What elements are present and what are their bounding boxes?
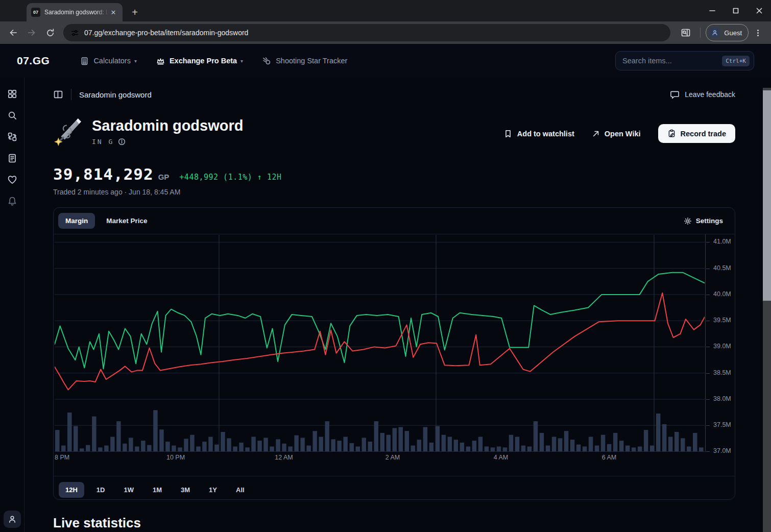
browser-tab[interactable]: 07 Saradomin godsword: Live GE P ✕	[27, 3, 123, 21]
search-icon[interactable]	[7, 110, 17, 120]
compare-icon[interactable]	[7, 132, 17, 142]
range-1w[interactable]: 1W	[117, 482, 140, 498]
back-icon[interactable]	[5, 25, 21, 41]
site-header: 07.GG Calculators ▾ Exchange Pro Beta ▾ …	[0, 44, 771, 78]
user-button[interactable]	[4, 511, 21, 528]
item-price: 39,814,292	[53, 165, 154, 183]
breadcrumb-item-name: Saradomin godsword	[79, 90, 152, 99]
y-tick-label: 41.0M	[713, 238, 731, 245]
browser-chrome: 07 Saradomin godsword: Live GE P ✕ + 07.…	[0, 0, 771, 44]
gear-icon	[684, 217, 692, 225]
nav-calculators[interactable]: Calculators ▾	[80, 57, 137, 65]
forward-icon[interactable]	[23, 25, 40, 41]
leave-feedback-button[interactable]: Leave feedback	[670, 90, 735, 100]
x-tick-label: 4 AM	[494, 454, 509, 461]
y-tick-mark	[706, 347, 710, 347]
bell-icon[interactable]	[7, 196, 17, 206]
nav-exchange-pro[interactable]: Exchange Pro Beta ▾	[156, 57, 243, 65]
tab-close-icon[interactable]: ✕	[109, 8, 118, 17]
nav-label: Exchange Pro Beta	[170, 57, 237, 65]
y-tick-label: 40.5M	[713, 264, 731, 272]
search-shortcut: Ctrl+K	[722, 56, 750, 66]
y-tick-mark	[706, 373, 710, 374]
y-tick-mark	[706, 242, 710, 243]
leave-feedback-label: Leave feedback	[685, 90, 735, 99]
range-1m[interactable]: 1M	[146, 482, 168, 498]
item-meta: Saradomin godsword IN G	[92, 117, 243, 146]
nav-label: Shooting Star Tracker	[276, 57, 347, 65]
range-1d[interactable]: 1D	[90, 482, 112, 498]
item-header: Saradomin godsword IN G Add to watchlist…	[53, 117, 735, 147]
info-icon[interactable]	[118, 138, 126, 146]
x-axis-labels: 8 PM10 PM12 AM2 AM4 AM6 AM	[55, 454, 705, 462]
main-nav: Calculators ▾ Exchange Pro Beta ▾ Shooti…	[80, 57, 347, 65]
feedback-bubble-icon	[670, 90, 680, 100]
breadcrumb-divider	[71, 89, 71, 100]
chart-svg	[55, 235, 705, 452]
scrollbar-thumb[interactable]	[763, 90, 771, 301]
add-to-watchlist-label: Add to watchlist	[517, 130, 574, 138]
range-all[interactable]: All	[229, 482, 251, 498]
breadcrumb: Saradomin godsword Leave feedback	[53, 84, 735, 105]
url-text: 07.gg/exchange-pro-beta/item/saradomin-g…	[84, 29, 248, 37]
panel-toggle-icon[interactable]	[53, 89, 63, 100]
up-arrow-icon: ↑	[257, 173, 262, 182]
tab-market-price[interactable]: Market Price	[99, 213, 154, 229]
site-page: 07.GG Calculators ▾ Exchange Pro Beta ▾ …	[0, 44, 771, 532]
shooting-star-icon	[262, 57, 271, 65]
range-12h[interactable]: 12H	[59, 482, 84, 498]
x-tick-label: 12 AM	[275, 454, 293, 461]
y-tick-label: 40.0M	[713, 291, 731, 298]
grid-icon[interactable]	[7, 89, 17, 99]
x-tick-label: 8 PM	[55, 454, 69, 461]
y-tick-label: 39.0M	[713, 343, 731, 350]
new-tab-button[interactable]: +	[128, 5, 142, 19]
bookmark-icon	[503, 129, 513, 138]
price-change: +448,992 (1.1%) ↑ 12H	[179, 173, 281, 182]
price-chart[interactable]	[55, 234, 706, 452]
item-image-saradomin-godsword	[53, 117, 83, 147]
currency-label: GP	[158, 173, 170, 181]
main-content: Saradomin godsword Leave feedback	[25, 78, 771, 532]
chevron-down-icon: ▾	[240, 58, 243, 64]
page-scrollbar[interactable]	[763, 88, 771, 532]
tab-strip: 07 Saradomin godsword: Live GE P ✕ +	[0, 0, 771, 21]
close-button[interactable]	[748, 0, 771, 21]
range-3m[interactable]: 3M	[174, 482, 197, 498]
record-trade-button[interactable]: Record trade	[658, 124, 735, 143]
y-tick-mark	[706, 295, 710, 295]
news-icon[interactable]	[7, 153, 17, 163]
range-1y[interactable]: 1Y	[202, 482, 224, 498]
url-bar[interactable]: 07.gg/exchange-pro-beta/item/saradomin-g…	[63, 24, 670, 41]
tab-favicon: 07	[31, 8, 40, 17]
browser-toolbar: 07.gg/exchange-pro-beta/item/saradomin-g…	[0, 21, 771, 44]
profile-button[interactable]: Guest	[706, 24, 749, 41]
range-divider	[54, 476, 735, 476]
site-logo[interactable]: 07.GG	[17, 55, 50, 67]
heart-icon[interactable]	[7, 175, 17, 185]
item-tag-text: IN G	[92, 138, 114, 146]
tab-margin[interactable]: Margin	[58, 213, 95, 229]
browser-menu-icon[interactable]	[751, 26, 765, 40]
nav-star-tracker[interactable]: Shooting Star Tracker	[262, 57, 347, 65]
y-tick-label: 38.5M	[713, 369, 731, 376]
y-tick-label: 39.5M	[713, 317, 731, 324]
site-settings-icon[interactable]	[70, 29, 79, 37]
reload-icon[interactable]	[42, 25, 58, 41]
y-tick-label: 38.0M	[713, 395, 731, 402]
y-tick-mark	[706, 321, 710, 321]
maximize-button[interactable]	[724, 0, 748, 21]
window-controls	[701, 0, 771, 21]
open-wiki-button[interactable]: Open Wiki	[592, 130, 641, 138]
search-input[interactable]: Search items... Ctrl+K	[615, 51, 754, 70]
open-wiki-label: Open Wiki	[605, 130, 641, 138]
x-tick-label: 6 AM	[602, 454, 617, 461]
crown-icon	[156, 57, 165, 65]
y-tick-label: 37.0M	[713, 447, 731, 454]
nav-label: Calculators	[93, 57, 131, 65]
settings-button[interactable]: Settings	[684, 217, 723, 225]
minimize-button[interactable]	[701, 0, 724, 21]
search-placeholder: Search items...	[622, 57, 722, 65]
sidepanel-search-icon[interactable]	[678, 25, 694, 41]
add-to-watchlist-button[interactable]: Add to watchlist	[503, 129, 574, 138]
